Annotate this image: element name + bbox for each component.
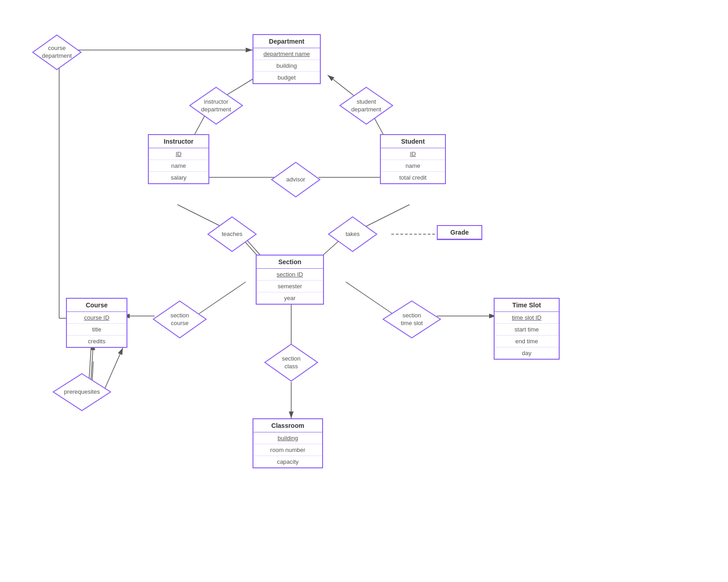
timeslot-attr-end: end time — [495, 336, 559, 347]
classroom-entity: Classroom building room number capacity — [253, 418, 323, 468]
timeslot-title: Time Slot — [495, 299, 559, 312]
advisor-diamond: advisor — [271, 161, 321, 198]
timeslot-entity: Time Slot time slot ID start time end ti… — [494, 298, 560, 360]
advisor-label: advisor — [286, 176, 305, 184]
course-attr-title: title — [67, 324, 126, 336]
timeslot-attr-start: start time — [495, 324, 559, 336]
instructor-attr-salary: salary — [149, 172, 208, 183]
section-class-diamond: sectionclass — [264, 343, 318, 382]
section-class-label: sectionclass — [282, 355, 300, 371]
er-diagram: Department department name building budg… — [0, 0, 728, 582]
course-entity: Course course ID title credits — [66, 298, 127, 348]
student-attr-id: ID — [381, 148, 445, 160]
teaches-diamond: teaches — [207, 216, 257, 252]
section-entity: Section section ID semester year — [256, 255, 324, 305]
department-attr-building: building — [253, 60, 320, 72]
student-attr-name: name — [381, 160, 445, 172]
course-attr-credits: credits — [67, 336, 126, 347]
classroom-attr-capacity: capacity — [253, 456, 322, 467]
course-title: Course — [67, 299, 126, 312]
department-attr-budget: budget — [253, 72, 320, 83]
course-department-label: coursedepartment — [42, 45, 72, 60]
takes-label: takes — [345, 231, 359, 238]
department-entity: Department department name building budg… — [253, 34, 321, 84]
course-attr-id: course ID — [67, 312, 126, 324]
classroom-attr-room: room number — [253, 444, 322, 456]
instructor-entity: Instructor ID name salary — [148, 134, 209, 184]
section-course-label: sectioncourse — [170, 312, 189, 327]
prerequisites-label: prerequesites — [64, 388, 100, 396]
section-attr-year: year — [257, 292, 323, 304]
section-title: Section — [257, 256, 323, 269]
student-entity: Student ID name total credit — [380, 134, 446, 184]
teaches-label: teaches — [222, 231, 243, 238]
section-timeslot-label: sectiontime slot — [401, 312, 423, 327]
classroom-attr-building: building — [253, 432, 322, 444]
instructor-department-diamond: instructordepartment — [189, 86, 243, 125]
instructor-attr-id: ID — [149, 148, 208, 160]
student-attr-credit: total credit — [381, 172, 445, 183]
classroom-title: Classroom — [253, 419, 322, 432]
grade-title: Grade — [438, 226, 481, 239]
student-department-diamond: studentdepartment — [339, 86, 394, 125]
department-attr-name: department name — [253, 48, 320, 60]
instructor-attr-name: name — [149, 160, 208, 172]
course-department-diamond: coursedepartment — [32, 34, 82, 70]
takes-diamond: takes — [328, 216, 378, 252]
student-department-label: studentdepartment — [351, 98, 381, 114]
timeslot-attr-day: day — [495, 347, 559, 359]
instructor-department-label: instructordepartment — [201, 98, 231, 114]
section-timeslot-diamond: sectiontime slot — [382, 300, 441, 339]
section-course-diamond: sectioncourse — [152, 300, 207, 339]
timeslot-attr-id: time slot ID — [495, 312, 559, 324]
department-title: Department — [253, 35, 320, 48]
prerequisites-diamond: prerequesites — [52, 373, 111, 411]
student-title: Student — [381, 135, 445, 148]
instructor-title: Instructor — [149, 135, 208, 148]
grade-entity: Grade — [437, 225, 482, 240]
section-attr-id: section ID — [257, 269, 323, 281]
section-attr-semester: semester — [257, 281, 323, 292]
